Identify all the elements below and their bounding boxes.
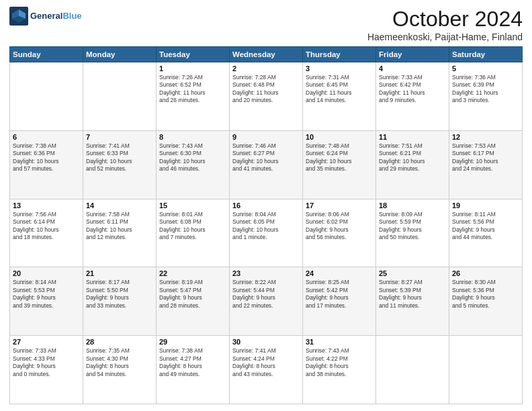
week-row-5: 27Sunrise: 7:33 AM Sunset: 4:33 PM Dayli…	[10, 336, 523, 404]
calendar-cell: 27Sunrise: 7:33 AM Sunset: 4:33 PM Dayli…	[10, 336, 83, 404]
calendar-cell: 16Sunrise: 8:04 AM Sunset: 6:05 PM Dayli…	[230, 199, 303, 267]
weekday-header-saturday: Saturday	[449, 47, 523, 62]
calendar-cell: 19Sunrise: 8:11 AM Sunset: 5:56 PM Dayli…	[449, 199, 523, 267]
day-info: Sunrise: 7:41 AM Sunset: 6:33 PM Dayligh…	[86, 142, 153, 173]
calendar-cell	[449, 336, 523, 404]
day-number: 11	[379, 133, 446, 141]
day-info: Sunrise: 8:01 AM Sunset: 6:08 PM Dayligh…	[159, 211, 226, 242]
calendar-cell: 20Sunrise: 8:14 AM Sunset: 5:53 PM Dayli…	[10, 267, 83, 336]
day-info: Sunrise: 7:43 AM Sunset: 6:30 PM Dayligh…	[159, 142, 226, 173]
day-info: Sunrise: 7:53 AM Sunset: 6:17 PM Dayligh…	[452, 142, 519, 173]
day-info: Sunrise: 7:36 AM Sunset: 6:39 PM Dayligh…	[452, 74, 519, 105]
day-info: Sunrise: 7:33 AM Sunset: 4:33 PM Dayligh…	[13, 347, 80, 378]
calendar-cell: 11Sunrise: 7:51 AM Sunset: 6:21 PM Dayli…	[376, 130, 449, 199]
calendar-cell: 3Sunrise: 7:31 AM Sunset: 6:45 PM Daylig…	[303, 62, 376, 131]
calendar-cell: 14Sunrise: 7:58 AM Sunset: 6:11 PM Dayli…	[83, 199, 157, 267]
day-info: Sunrise: 8:04 AM Sunset: 6:05 PM Dayligh…	[232, 211, 300, 242]
week-row-2: 6Sunrise: 7:38 AM Sunset: 6:36 PM Daylig…	[10, 130, 523, 199]
calendar-cell: 26Sunrise: 8:30 AM Sunset: 5:36 PM Dayli…	[449, 267, 523, 336]
calendar-table: SundayMondayTuesdayWednesdayThursdayFrid…	[9, 46, 523, 404]
day-info: Sunrise: 7:46 AM Sunset: 6:27 PM Dayligh…	[232, 142, 300, 173]
day-info: Sunrise: 7:33 AM Sunset: 6:42 PM Dayligh…	[379, 74, 446, 105]
calendar-cell: 22Sunrise: 8:19 AM Sunset: 5:47 PM Dayli…	[157, 267, 230, 336]
calendar-cell	[83, 62, 157, 131]
calendar-cell: 1Sunrise: 7:26 AM Sunset: 6:52 PM Daylig…	[157, 62, 230, 131]
weekday-header-wednesday: Wednesday	[230, 47, 303, 62]
day-info: Sunrise: 7:31 AM Sunset: 6:45 PM Dayligh…	[306, 74, 373, 105]
day-info: Sunrise: 8:30 AM Sunset: 5:36 PM Dayligh…	[452, 279, 519, 310]
week-row-1: 1Sunrise: 7:26 AM Sunset: 6:52 PM Daylig…	[10, 62, 523, 131]
day-number: 26	[452, 269, 519, 277]
calendar-cell: 8Sunrise: 7:43 AM Sunset: 6:30 PM Daylig…	[157, 130, 230, 199]
day-info: Sunrise: 8:22 AM Sunset: 5:44 PM Dayligh…	[232, 279, 300, 310]
weekday-header-row: SundayMondayTuesdayWednesdayThursdayFrid…	[10, 47, 523, 62]
week-row-4: 20Sunrise: 8:14 AM Sunset: 5:53 PM Dayli…	[10, 267, 523, 336]
logo-icon	[9, 7, 28, 26]
calendar-cell: 4Sunrise: 7:33 AM Sunset: 6:42 PM Daylig…	[376, 62, 449, 131]
day-number: 7	[86, 133, 153, 141]
day-info: Sunrise: 7:35 AM Sunset: 4:30 PM Dayligh…	[86, 347, 153, 378]
day-number: 27	[13, 338, 80, 346]
calendar-cell: 23Sunrise: 8:22 AM Sunset: 5:44 PM Dayli…	[230, 267, 303, 336]
day-number: 15	[159, 201, 226, 210]
day-info: Sunrise: 7:41 AM Sunset: 4:24 PM Dayligh…	[232, 347, 300, 378]
calendar-cell: 28Sunrise: 7:35 AM Sunset: 4:30 PM Dayli…	[83, 336, 157, 404]
day-info: Sunrise: 7:51 AM Sunset: 6:21 PM Dayligh…	[379, 142, 446, 173]
day-number: 9	[232, 133, 300, 141]
day-info: Sunrise: 8:25 AM Sunset: 5:42 PM Dayligh…	[306, 279, 373, 310]
day-number: 14	[86, 201, 153, 210]
day-number: 20	[13, 269, 80, 277]
day-info: Sunrise: 7:43 AM Sunset: 4:22 PM Dayligh…	[306, 347, 373, 378]
calendar-cell: 15Sunrise: 8:01 AM Sunset: 6:08 PM Dayli…	[157, 199, 230, 267]
day-info: Sunrise: 7:58 AM Sunset: 6:11 PM Dayligh…	[86, 211, 153, 242]
calendar-cell: 30Sunrise: 7:41 AM Sunset: 4:24 PM Dayli…	[230, 336, 303, 404]
header: GeneralBlue October 2024 Haemeenkoski, P…	[9, 7, 523, 42]
calendar-cell: 6Sunrise: 7:38 AM Sunset: 6:36 PM Daylig…	[10, 130, 83, 199]
day-number: 3	[306, 64, 373, 73]
calendar-cell	[10, 62, 83, 131]
weekday-header-friday: Friday	[376, 47, 449, 62]
calendar-cell: 2Sunrise: 7:28 AM Sunset: 6:48 PM Daylig…	[230, 62, 303, 131]
calendar-cell	[376, 336, 449, 404]
day-number: 19	[452, 201, 519, 210]
day-number: 6	[13, 133, 80, 141]
day-number: 30	[232, 338, 300, 346]
calendar-cell: 5Sunrise: 7:36 AM Sunset: 6:39 PM Daylig…	[449, 62, 523, 131]
calendar-cell: 9Sunrise: 7:46 AM Sunset: 6:27 PM Daylig…	[230, 130, 303, 199]
day-info: Sunrise: 7:38 AM Sunset: 4:27 PM Dayligh…	[159, 347, 226, 378]
day-info: Sunrise: 8:09 AM Sunset: 5:59 PM Dayligh…	[379, 211, 446, 242]
calendar-cell: 18Sunrise: 8:09 AM Sunset: 5:59 PM Dayli…	[376, 199, 449, 267]
day-number: 2	[232, 64, 300, 73]
day-number: 4	[379, 64, 446, 73]
page: GeneralBlue October 2024 Haemeenkoski, P…	[0, 0, 532, 411]
calendar-title: October 2024	[367, 7, 523, 32]
day-info: Sunrise: 8:06 AM Sunset: 6:02 PM Dayligh…	[306, 211, 373, 242]
week-row-3: 13Sunrise: 7:56 AM Sunset: 6:14 PM Dayli…	[10, 199, 523, 267]
calendar-cell: 29Sunrise: 7:38 AM Sunset: 4:27 PM Dayli…	[157, 336, 230, 404]
day-info: Sunrise: 8:19 AM Sunset: 5:47 PM Dayligh…	[159, 279, 226, 310]
calendar-cell: 7Sunrise: 7:41 AM Sunset: 6:33 PM Daylig…	[83, 130, 157, 199]
day-info: Sunrise: 7:48 AM Sunset: 6:24 PM Dayligh…	[306, 142, 373, 173]
calendar-cell: 25Sunrise: 8:27 AM Sunset: 5:39 PM Dayli…	[376, 267, 449, 336]
calendar-cell: 12Sunrise: 7:53 AM Sunset: 6:17 PM Dayli…	[449, 130, 523, 199]
weekday-header-thursday: Thursday	[303, 47, 376, 62]
calendar-subtitle: Haemeenkoski, Paijat-Hame, Finland	[367, 32, 523, 42]
day-number: 21	[86, 269, 153, 277]
day-number: 25	[379, 269, 446, 277]
calendar-cell: 17Sunrise: 8:06 AM Sunset: 6:02 PM Dayli…	[303, 199, 376, 267]
day-number: 29	[159, 338, 226, 346]
day-number: 23	[232, 269, 300, 277]
title-block: October 2024 Haemeenkoski, Paijat-Hame, …	[367, 7, 523, 42]
day-number: 13	[13, 201, 80, 210]
day-number: 24	[306, 269, 373, 277]
day-number: 1	[159, 64, 226, 73]
day-number: 28	[86, 338, 153, 346]
weekday-header-monday: Monday	[83, 47, 157, 62]
day-info: Sunrise: 8:11 AM Sunset: 5:56 PM Dayligh…	[452, 211, 519, 242]
day-number: 17	[306, 201, 373, 210]
day-number: 22	[159, 269, 226, 277]
day-info: Sunrise: 8:27 AM Sunset: 5:39 PM Dayligh…	[379, 279, 446, 310]
day-info: Sunrise: 7:56 AM Sunset: 6:14 PM Dayligh…	[13, 211, 80, 242]
calendar-cell: 10Sunrise: 7:48 AM Sunset: 6:24 PM Dayli…	[303, 130, 376, 199]
day-info: Sunrise: 8:17 AM Sunset: 5:50 PM Dayligh…	[86, 279, 153, 310]
